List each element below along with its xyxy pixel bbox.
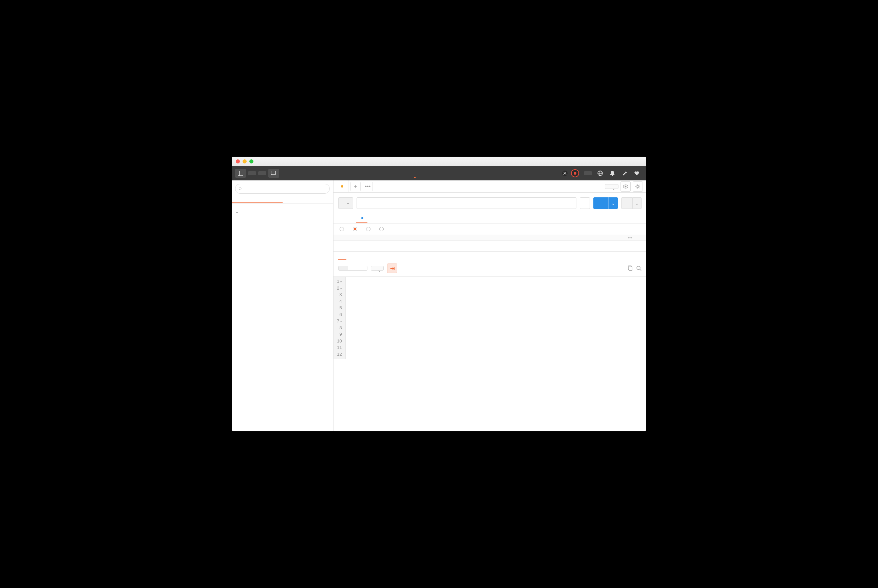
environment-settings-icon[interactable] xyxy=(633,182,643,192)
unsaved-dot-icon xyxy=(341,185,343,188)
response-format-selector[interactable] xyxy=(371,266,384,271)
tab-builder[interactable] xyxy=(414,169,416,178)
tab-headers[interactable] xyxy=(346,215,356,222)
svg-rect-14 xyxy=(629,267,632,271)
tab-prerequest[interactable] xyxy=(367,215,376,222)
environment-quicklook-icon[interactable] xyxy=(621,182,631,192)
kv-columns-menu-icon[interactable]: ••• xyxy=(623,236,637,240)
globe-icon[interactable] xyxy=(594,167,606,179)
body-changed-dot-icon xyxy=(361,217,363,219)
response-tab-cookies[interactable] xyxy=(346,254,355,260)
sync-status[interactable] xyxy=(571,169,581,177)
sidebar xyxy=(232,180,334,431)
svg-point-11 xyxy=(625,186,627,187)
response-body-viewer[interactable]: 123456789101112 xyxy=(334,277,646,359)
svg-point-9 xyxy=(612,175,613,176)
import-button[interactable] xyxy=(258,171,266,176)
radio-urlencoded[interactable] xyxy=(353,227,359,231)
notifications-icon[interactable] xyxy=(606,167,618,179)
new-window-button[interactable]: + xyxy=(268,169,279,178)
save-button[interactable] xyxy=(621,197,633,209)
view-raw-button[interactable] xyxy=(348,266,358,270)
response-tab-tests[interactable] xyxy=(363,254,371,260)
wrap-lines-button[interactable]: ⇥ xyxy=(387,264,397,273)
tab-body[interactable] xyxy=(356,214,367,223)
add-tab-button[interactable]: + xyxy=(350,182,361,191)
send-dropdown-button[interactable]: ⌄ xyxy=(608,197,618,209)
svg-text:+: + xyxy=(275,172,277,176)
kv-header-key xyxy=(346,235,436,240)
interceptor-icon[interactable] xyxy=(559,167,571,179)
radio-raw[interactable] xyxy=(366,227,373,231)
close-window-icon[interactable] xyxy=(236,159,240,164)
view-pretty-button[interactable] xyxy=(338,266,348,270)
sync-icon xyxy=(571,169,579,177)
tab-team-library[interactable] xyxy=(424,169,426,178)
runner-button[interactable] xyxy=(248,171,256,176)
filter-input[interactable] xyxy=(235,184,330,194)
request-tab[interactable] xyxy=(334,180,349,192)
environment-selector[interactable] xyxy=(605,184,618,189)
svg-point-5 xyxy=(564,172,565,174)
svg-rect-0 xyxy=(238,171,243,176)
response-tab-body[interactable] xyxy=(338,254,346,260)
response-tab-headers[interactable] xyxy=(355,254,363,260)
copy-response-icon[interactable] xyxy=(627,266,633,271)
titlebar xyxy=(232,157,646,166)
sidebar-tab-collections[interactable] xyxy=(283,197,334,203)
toggle-sidebar-button[interactable] xyxy=(235,169,246,178)
sidebar-tab-history[interactable] xyxy=(232,197,283,203)
tab-menu-button[interactable]: ••• xyxy=(363,182,373,191)
tab-authorization[interactable] xyxy=(338,215,346,222)
radio-form-data[interactable] xyxy=(340,227,346,231)
params-button[interactable] xyxy=(580,197,590,209)
kv-header-description xyxy=(526,235,623,240)
line-gutter: 123456789101112 xyxy=(334,277,346,359)
svg-line-16 xyxy=(640,269,641,271)
svg-point-12 xyxy=(637,186,639,188)
save-dropdown-button[interactable]: ⌄ xyxy=(633,197,642,209)
kv-header-value xyxy=(436,235,526,240)
app-window: + xyxy=(232,157,646,431)
http-method-selector[interactable] xyxy=(338,197,353,209)
radio-binary[interactable] xyxy=(379,227,386,231)
search-response-icon[interactable] xyxy=(636,266,642,271)
kv-row-placeholder[interactable]: ✓ xyxy=(334,241,646,252)
signin-button[interactable] xyxy=(584,171,592,176)
tab-tests[interactable] xyxy=(376,215,384,222)
history-group-today[interactable] xyxy=(232,209,333,217)
settings-wrench-icon[interactable] xyxy=(618,167,631,179)
url-input[interactable] xyxy=(356,197,576,209)
heart-icon[interactable] xyxy=(631,167,643,179)
top-toolbar: + xyxy=(232,166,646,180)
main-pane: + ••• ⌄ xyxy=(334,180,646,431)
minimize-window-icon[interactable] xyxy=(242,159,247,164)
svg-point-15 xyxy=(637,266,640,270)
response-view-segmented xyxy=(338,266,367,271)
response-json xyxy=(346,277,352,359)
view-preview-button[interactable] xyxy=(358,266,367,270)
body-kv-table: ••• ✓ xyxy=(334,235,646,252)
send-button[interactable] xyxy=(593,197,608,209)
zoom-window-icon[interactable] xyxy=(250,159,253,164)
